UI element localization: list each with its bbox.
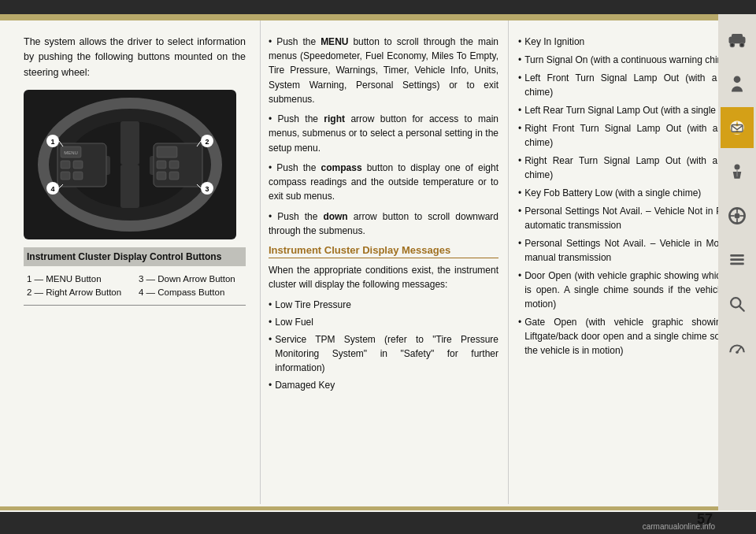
section-heading: Instrument Cluster Display Messages	[269, 244, 498, 258]
list-item-3: • Damaged Key	[269, 378, 498, 392]
svg-line-50	[739, 306, 744, 311]
right-item-4: •Right Front Turn Signal Lamp Out (with …	[518, 121, 748, 150]
right-dot-2: •	[518, 71, 521, 99]
right-text-0: Key In Ignition	[524, 35, 584, 49]
control-buttons-body: 1 — MENU Button 2 — Right Arrow Button 3…	[24, 269, 246, 305]
right-text-4: Right Front Turn Signal Lamp Out (with a…	[524, 121, 748, 150]
right-item-5: •Right Rear Turn Signal Lamp Out (with a…	[518, 154, 748, 182]
sidebar-icon-vehicle[interactable]	[721, 19, 754, 60]
sidebar-icon-warning-active[interactable]	[721, 107, 754, 148]
mid-bullet-1: • Push the MENU Push the MENU button to …	[269, 35, 498, 106]
list-dot-1: •	[269, 315, 272, 329]
svg-point-41	[735, 213, 740, 219]
right-text-5: Right Rear Turn Signal Lamp Out (with a …	[524, 154, 748, 182]
right-bold: right	[324, 113, 345, 124]
right-bullets: •Key In Ignition•Turn Signal On (with a …	[518, 35, 748, 358]
top-bar	[0, 0, 756, 14]
svg-rect-18	[169, 172, 179, 180]
right-text-7: Personal Settings Not Avail. – Vehicle N…	[524, 204, 748, 232]
svg-rect-3	[120, 165, 139, 208]
right-text-9: Door Open (with vehicle graphic showing …	[524, 269, 748, 311]
list-text-2: Service TPM System (refer to "Tire Press…	[275, 332, 498, 375]
right-text-6: Key Fob Battery Low (with a single chime…	[524, 186, 701, 200]
list-item-2: • Service TPM System (refer to "Tire Pre…	[269, 332, 498, 375]
list-text-1: Low Fuel	[275, 315, 313, 329]
bottom-dark-bar: carmanualonline.info	[0, 512, 756, 534]
right-text-2: Left Front Turn Signal Lamp Out (with a …	[524, 71, 748, 99]
bullet-dot-2: •	[269, 113, 278, 124]
sidebar-icon-steering[interactable]	[721, 195, 754, 236]
svg-point-35	[734, 76, 741, 83]
control-buttons-header: Instrument Cluster Display Control Butto…	[24, 247, 246, 266]
ctrl-col-2: 3 — Down Arrow Button 4 — Compass Button	[139, 273, 243, 300]
svg-rect-9	[61, 161, 70, 169]
svg-rect-17	[157, 172, 166, 180]
svg-text:4: 4	[50, 185, 54, 193]
sidebar	[718, 14, 756, 510]
svg-rect-12	[73, 172, 83, 180]
mid-bullet-3: • Push the compass button to display one…	[269, 161, 498, 204]
right-text-8: Personal Settings Not Avail. – Vehicle i…	[524, 236, 748, 265]
main-content: The system allows the driver to select i…	[0, 20, 756, 504]
right-text-1: Turn Signal On (with a continuous warnin…	[524, 53, 733, 67]
svg-rect-48	[730, 263, 744, 265]
mid-bullet-4: • Push the down arrow button to scroll d…	[269, 210, 498, 238]
svg-rect-2	[120, 121, 139, 165]
svg-rect-14	[157, 146, 177, 158]
svg-rect-10	[73, 161, 83, 169]
svg-rect-46	[730, 254, 744, 257]
svg-text:1: 1	[50, 138, 54, 146]
right-dot-6: •	[518, 186, 521, 200]
control-buttons-table: Instrument Cluster Display Control Butto…	[24, 247, 246, 306]
compass-bold: compass	[321, 162, 362, 173]
list-text-3: Damaged Key	[275, 378, 335, 392]
right-item-6: •Key Fob Battery Low (with a single chim…	[518, 186, 748, 200]
bottom-area: carmanualonline.info 57	[0, 504, 756, 534]
mid-column: • Push the MENU Push the MENU button to …	[260, 20, 508, 504]
down-bold: down	[323, 211, 347, 222]
svg-point-34	[740, 43, 744, 46]
sidebar-icon-search[interactable]	[721, 284, 754, 324]
right-dot-9: •	[518, 269, 521, 311]
ctrl-col-1: 1 — MENU Button 2 — Right Arrow Button	[27, 273, 131, 300]
ctrl-item-3: 3 — Down Arrow Button	[139, 273, 243, 286]
sidebar-icon-gauge[interactable]	[721, 328, 754, 369]
mid-bullet-2: • Push the right arrow button for access…	[269, 112, 498, 155]
right-dot-8: •	[518, 236, 521, 265]
svg-point-33	[730, 43, 734, 46]
right-item-7: •Personal Settings Not Avail. – Vehicle …	[518, 204, 748, 232]
right-item-1: •Turn Signal On (with a continuous warni…	[518, 53, 748, 67]
right-dot-4: •	[518, 121, 521, 150]
steering-wheel-image: MENU 1 2	[24, 90, 236, 239]
right-dot-5: •	[518, 154, 521, 182]
sidebar-icon-person[interactable]	[721, 63, 754, 104]
right-dot-1: •	[518, 53, 521, 67]
right-dot-7: •	[518, 204, 521, 232]
right-item-0: •Key In Ignition	[518, 35, 748, 49]
right-item-8: •Personal Settings Not Avail. – Vehicle …	[518, 236, 748, 265]
right-dot-10: •	[518, 315, 521, 358]
bullet-dot-4: •	[269, 211, 277, 222]
gold-stripe	[0, 14, 756, 20]
menu-bold: MENU	[321, 36, 348, 47]
list-dot-3: •	[269, 378, 272, 392]
svg-point-52	[736, 351, 739, 354]
steering-wheel-svg: MENU 1 2	[35, 98, 224, 232]
bullet-dot-3: •	[269, 162, 276, 173]
right-item-3: •Left Rear Turn Signal Lamp Out (with a …	[518, 103, 748, 117]
svg-text:2: 2	[205, 138, 209, 146]
sidebar-icon-safety[interactable]	[721, 151, 754, 192]
ctrl-item-1: 1 — MENU Button	[27, 273, 131, 286]
svg-text:MENU: MENU	[64, 150, 78, 155]
ctrl-item-4: 4 — Compass Button	[139, 286, 243, 299]
intro-text: The system allows the driver to select i…	[24, 35, 246, 80]
page-number: 57	[697, 511, 713, 528]
list-dot-2: •	[269, 332, 272, 375]
svg-rect-15	[157, 161, 166, 169]
right-dot-0: •	[518, 35, 521, 49]
section-intro: When the appropriate conditions exist, t…	[269, 263, 498, 291]
right-item-2: •Left Front Turn Signal Lamp Out (with a…	[518, 71, 748, 99]
sidebar-icon-settings[interactable]	[721, 239, 754, 280]
svg-point-39	[735, 164, 740, 169]
svg-rect-47	[730, 258, 744, 261]
